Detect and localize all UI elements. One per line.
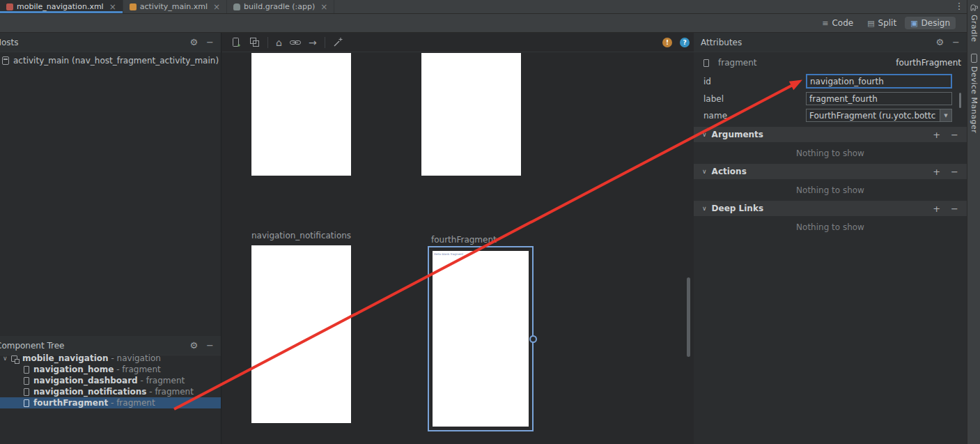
gear-icon[interactable]: ⚙: [935, 37, 944, 47]
tree-item-name: navigation_home: [33, 365, 114, 374]
tree-item-type: - fragment: [108, 398, 155, 408]
editor-tab-bar: mobile_navigation.xml × activity_main.xm…: [0, 0, 967, 14]
help-icon[interactable]: ?: [680, 38, 690, 47]
tree-item-navigation-home[interactable]: navigation_home - fragment: [0, 364, 221, 375]
fragment-icon: [24, 388, 29, 396]
add-action-button[interactable]: +: [933, 167, 940, 176]
component-name: fourthFragment: [896, 58, 961, 68]
tree-item-name: navigation_notifications: [33, 387, 146, 397]
destination-label-fourth[interactable]: fourthFragment: [431, 235, 497, 245]
fragment-preview-dashboard[interactable]: [421, 53, 521, 176]
close-icon[interactable]: ×: [213, 3, 220, 11]
tab-mobile-navigation-xml[interactable]: mobile_navigation.xml ×: [0, 0, 123, 13]
gear-icon[interactable]: ⚙: [189, 37, 198, 47]
left-tool-panel: Hosts ⚙ − activity_main (nav_host_fragme…: [0, 33, 221, 444]
id-field-input[interactable]: [806, 74, 952, 89]
fragment-preview-notifications[interactable]: [251, 245, 351, 423]
attributes-panel-header: Attributes ⚙ −: [694, 33, 967, 52]
chevron-down-icon: ∨: [702, 168, 707, 175]
navigation-graph-icon: [11, 355, 17, 362]
fragment-preview-fourth-selected[interactable]: Hello blank fragment: [428, 246, 534, 431]
action-arrow-icon[interactable]: →: [309, 38, 317, 47]
host-item-label: activity_main (nav_host_fragment_activit…: [13, 56, 219, 66]
arguments-empty-text: Nothing to show: [694, 142, 967, 164]
tab-label: build.gradle (:app): [244, 2, 315, 11]
tab-label: mobile_navigation.xml: [17, 2, 104, 11]
tree-item-navigation-notifications[interactable]: navigation_notifications - fragment: [0, 386, 221, 397]
actions-empty-text: Nothing to show: [694, 179, 967, 201]
hide-panel-icon[interactable]: −: [952, 37, 960, 47]
nested-graph-icon[interactable]: [249, 37, 260, 47]
name-field-dropdown[interactable]: FourthFragment (ru.yotc.bottc ▼: [806, 109, 952, 122]
label-field-input[interactable]: [806, 92, 952, 105]
section-header-deep-links[interactable]: ∨ Deep Links + −: [694, 201, 967, 216]
tree-item-navigation-dashboard[interactable]: navigation_dashboard - fragment: [0, 375, 221, 386]
mode-label: Split: [878, 18, 897, 28]
hide-panel-icon[interactable]: −: [206, 37, 214, 47]
close-icon[interactable]: ×: [109, 3, 116, 11]
add-destination-icon[interactable]: [231, 37, 242, 47]
mode-split-button[interactable]: ▤ Split: [862, 17, 902, 29]
host-item-activity-main[interactable]: activity_main (nav_host_fragment_activit…: [2, 56, 219, 66]
hide-panel-icon[interactable]: −: [206, 340, 214, 351]
add-argument-button[interactable]: +: [933, 130, 940, 139]
attributes-scrollbar[interactable]: [959, 93, 961, 108]
attribute-sections: ∨ Arguments + − Nothing to show ∨ Action…: [694, 127, 967, 238]
section-header-arguments[interactable]: ∨ Arguments + −: [694, 127, 967, 142]
home-destination-icon[interactable]: ⌂: [276, 38, 282, 47]
gradle-file-icon: [233, 3, 240, 10]
device-phone-icon: [971, 54, 977, 63]
tree-item-fourth-fragment[interactable]: fourthFragment - fragment: [0, 397, 221, 408]
fragment-icon: [24, 366, 29, 374]
section-title: Actions: [712, 167, 747, 176]
tab-options-kebab-icon[interactable]: ⋮: [954, 1, 965, 11]
design-icon: ▣: [910, 19, 917, 28]
deep-links-empty-text: Nothing to show: [694, 216, 967, 238]
issues-badge[interactable]: !: [662, 38, 672, 47]
chevron-down-icon[interactable]: ∨: [3, 355, 11, 362]
add-deep-link-button[interactable]: +: [933, 204, 940, 213]
tree-item-name: mobile_navigation: [22, 353, 109, 363]
gear-icon[interactable]: ⚙: [189, 340, 198, 351]
remove-deep-link-button[interactable]: −: [951, 204, 958, 213]
android-studio-window: mobile_navigation.xml × activity_main.xm…: [0, 0, 980, 444]
tool-tab-label: Gradle: [970, 15, 979, 43]
tree-item-name: fourthFragment: [33, 398, 108, 408]
tree-item-type: - fragment: [114, 365, 160, 374]
destination-label-notifications[interactable]: navigation_notifications: [251, 231, 351, 240]
fragment-icon: [24, 399, 29, 407]
tab-activity-main-xml[interactable]: activity_main.xml ×: [123, 0, 227, 13]
fragment-preview-home[interactable]: [251, 53, 351, 176]
hosts-panel-header: Hosts ⚙ −: [0, 33, 221, 52]
auto-arrange-icon[interactable]: [333, 37, 343, 47]
section-header-actions[interactable]: ∨ Actions + −: [694, 164, 967, 179]
link-icon[interactable]: [290, 37, 301, 47]
id-field-label: id: [703, 77, 711, 86]
tool-tab-device-manager[interactable]: Device Manager: [970, 54, 979, 133]
mode-code-button[interactable]: ≡ Code: [816, 17, 859, 29]
layout-xml-file-icon: [130, 3, 137, 10]
close-icon[interactable]: ×: [320, 3, 327, 11]
remove-action-button[interactable]: −: [951, 167, 958, 176]
tree-item-name: navigation_dashboard: [33, 376, 138, 385]
chevron-down-icon: ∨: [702, 131, 707, 138]
design-toolbar: ⌂ →: [222, 33, 694, 52]
selected-component-row: fragment fourthFragment: [703, 56, 961, 70]
mode-label: Code: [832, 18, 853, 28]
name-field-value: FourthFragment (ru.yotc.bottc: [807, 109, 940, 121]
action-drag-handle[interactable]: [529, 335, 537, 343]
mode-label: Design: [921, 18, 950, 28]
design-surface[interactable]: ⌂ → ! ? navigation_notifications fourthF…: [222, 33, 694, 444]
section-title: Arguments: [712, 130, 763, 139]
chevron-down-icon[interactable]: ▼: [940, 109, 951, 121]
tab-build-gradle[interactable]: build.gradle (:app) ×: [227, 0, 334, 13]
tree-item-mobile-navigation[interactable]: ∨ mobile_navigation - navigation: [0, 353, 221, 364]
chevron-down-icon: ∨: [702, 205, 707, 212]
canvas-scrollbar[interactable]: [687, 277, 690, 357]
right-tool-strip: Gradle Device Manager: [967, 0, 980, 444]
tree-item-type: - navigation: [109, 353, 161, 363]
tool-tab-gradle[interactable]: Gradle: [970, 3, 979, 43]
mode-design-button[interactable]: ▣ Design: [905, 17, 956, 29]
remove-argument-button[interactable]: −: [951, 130, 958, 139]
tool-tab-label: Device Manager: [970, 66, 979, 133]
